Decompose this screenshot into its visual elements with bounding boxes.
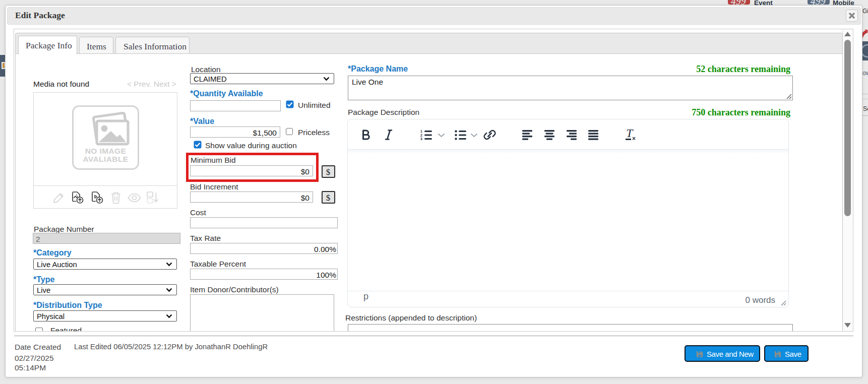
svg-text:3: 3 (420, 137, 422, 141)
svg-text:2: 2 (420, 134, 422, 137)
svg-text:1: 1 (420, 130, 422, 133)
